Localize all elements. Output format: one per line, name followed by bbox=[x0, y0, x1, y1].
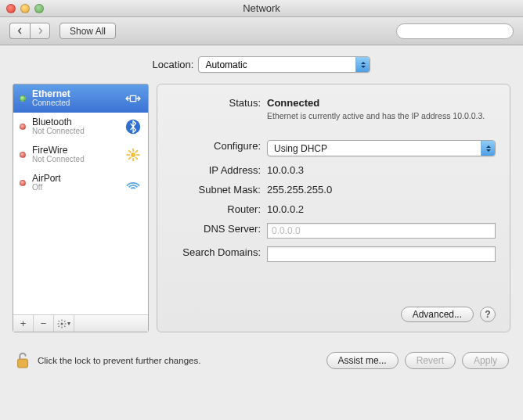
search-field[interactable] bbox=[396, 23, 514, 39]
interface-status: Connected bbox=[32, 99, 118, 108]
interface-name: AirPort bbox=[32, 174, 118, 183]
zoom-window-button[interactable] bbox=[34, 4, 44, 13]
configure-select[interactable]: Using DHCP bbox=[267, 140, 496, 156]
sidebar-item-firewire[interactable]: FireWire Not Connected bbox=[13, 141, 148, 169]
interface-name: Ethernet bbox=[32, 89, 118, 99]
dns-input[interactable] bbox=[267, 223, 496, 239]
sidebar-item-airport[interactable]: AirPort Off bbox=[13, 169, 148, 197]
assist-button[interactable]: Assist me... bbox=[326, 352, 399, 369]
status-value: Connected bbox=[267, 97, 496, 109]
dropdown-arrows-icon bbox=[481, 141, 495, 156]
svg-rect-21 bbox=[18, 359, 28, 368]
status-label: Status: bbox=[171, 95, 267, 109]
svg-line-8 bbox=[128, 150, 131, 153]
gear-icon bbox=[57, 319, 67, 328]
help-button[interactable]: ? bbox=[480, 307, 496, 322]
firewire-icon bbox=[124, 146, 142, 163]
interface-actions-button[interactable]: ▾ bbox=[54, 315, 74, 332]
sidebar-item-ethernet[interactable]: Ethernet Connected bbox=[13, 84, 148, 113]
lock-icon[interactable] bbox=[14, 350, 31, 372]
svg-line-9 bbox=[135, 157, 138, 160]
sidebar-item-bluetooth[interactable]: Bluetooth Not Connected bbox=[13, 113, 148, 141]
advanced-button[interactable]: Advanced... bbox=[401, 307, 474, 322]
dns-label: DNS Server: bbox=[171, 221, 267, 235]
status-description: Ethernet is currently active and has the… bbox=[267, 111, 496, 121]
status-dot-icon bbox=[20, 124, 26, 130]
minimize-window-button[interactable] bbox=[20, 4, 30, 13]
svg-point-12 bbox=[61, 322, 63, 325]
subnet-value: 255.255.255.0 bbox=[267, 182, 496, 196]
svg-rect-19 bbox=[58, 325, 60, 327]
interface-status: Not Connected bbox=[32, 155, 118, 164]
remove-interface-button[interactable]: − bbox=[34, 315, 54, 332]
dropdown-arrows-icon bbox=[355, 57, 370, 72]
lock-text: Click the lock to prevent further change… bbox=[38, 356, 200, 365]
search-input[interactable] bbox=[404, 27, 512, 36]
search-domains-input[interactable] bbox=[267, 246, 496, 262]
svg-line-11 bbox=[135, 150, 138, 153]
revert-button[interactable]: Revert bbox=[405, 352, 456, 369]
subnet-label: Subnet Mask: bbox=[171, 182, 267, 196]
window-title: Network bbox=[0, 2, 523, 14]
apply-button[interactable]: Apply bbox=[462, 352, 509, 369]
search-domains-label: Search Domains: bbox=[171, 245, 267, 258]
titlebar: Network bbox=[0, 0, 523, 17]
status-dot-icon bbox=[20, 95, 26, 102]
router-value: 10.0.0.2 bbox=[267, 202, 496, 215]
interface-name: Bluetooth bbox=[32, 117, 118, 127]
toolbar: Show All bbox=[0, 17, 523, 45]
svg-rect-18 bbox=[64, 325, 66, 327]
details-panel: Status: Connected Ethernet is currently … bbox=[157, 84, 510, 332]
svg-rect-17 bbox=[58, 320, 60, 321]
back-button[interactable] bbox=[9, 23, 30, 39]
svg-line-10 bbox=[128, 157, 131, 160]
chevron-left-icon bbox=[16, 27, 23, 34]
svg-point-3 bbox=[131, 153, 135, 157]
ip-label: IP Address: bbox=[171, 163, 267, 176]
ethernet-icon bbox=[124, 90, 142, 107]
svg-rect-20 bbox=[64, 320, 66, 321]
router-label: Router: bbox=[171, 202, 267, 215]
location-value: Automatic bbox=[205, 59, 247, 70]
interface-status: Off bbox=[32, 183, 118, 192]
bluetooth-icon bbox=[124, 118, 142, 135]
svg-rect-13 bbox=[62, 319, 63, 321]
show-all-button[interactable]: Show All bbox=[60, 23, 116, 39]
forward-button[interactable] bbox=[30, 23, 50, 39]
interface-status: Not Connected bbox=[32, 127, 118, 136]
interfaces-sidebar: Ethernet Connected Bluetooth Not Connect… bbox=[13, 84, 149, 332]
status-dot-icon bbox=[20, 152, 26, 158]
configure-label: Configure: bbox=[171, 138, 267, 152]
airport-icon bbox=[124, 174, 142, 192]
svg-rect-15 bbox=[58, 323, 60, 324]
interface-name: FireWire bbox=[32, 145, 118, 155]
chevron-right-icon bbox=[37, 27, 44, 34]
location-label: Location: bbox=[153, 59, 194, 70]
close-window-button[interactable] bbox=[6, 4, 16, 13]
configure-value: Using DHCP bbox=[274, 143, 327, 154]
bottom-bar: Click the lock to prevent further change… bbox=[0, 340, 523, 379]
svg-rect-16 bbox=[65, 323, 67, 324]
ip-value: 10.0.0.3 bbox=[267, 163, 496, 176]
status-dot-icon bbox=[20, 180, 26, 186]
svg-rect-14 bbox=[62, 326, 63, 328]
add-interface-button[interactable]: + bbox=[13, 315, 34, 332]
location-select[interactable]: Automatic bbox=[198, 56, 370, 73]
